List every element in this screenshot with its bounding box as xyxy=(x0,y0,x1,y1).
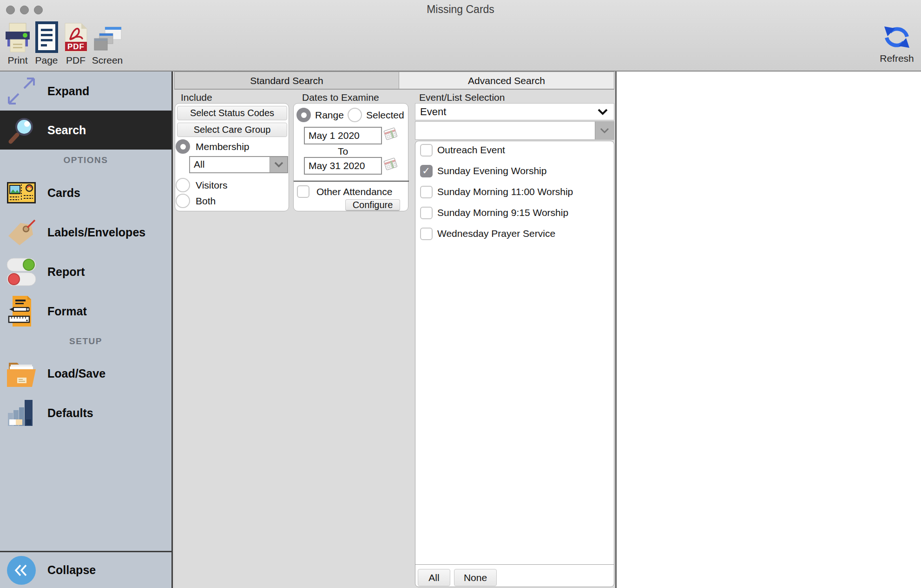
membership-filter-dropdown[interactable]: All xyxy=(189,156,288,173)
calendar-icon[interactable] xyxy=(383,127,399,143)
page-setup-button[interactable]: Page xyxy=(33,20,59,66)
event-list-item[interactable]: Sunday Morning 11:00 Worship xyxy=(415,186,614,200)
sidebar-item-expand[interactable]: Expand xyxy=(0,72,171,111)
event-list-item[interactable]: Wednesday Prayer Service xyxy=(415,228,614,242)
event-label: Outreach Event xyxy=(437,144,505,156)
date-from-field[interactable] xyxy=(304,127,382,144)
select-all-button[interactable]: All xyxy=(418,569,450,586)
both-label: Both xyxy=(196,196,216,207)
results-area xyxy=(615,72,921,588)
sidebar-item-cards[interactable]: Cards xyxy=(0,173,171,212)
screen-windows-icon xyxy=(92,20,122,53)
event-label: Sunday Evening Worship xyxy=(437,165,546,176)
collapse-label: Collapse xyxy=(47,563,96,577)
selected-radio[interactable] xyxy=(348,108,362,122)
range-label: Range xyxy=(315,110,344,121)
sidebar-item-format[interactable]: Format xyxy=(0,292,171,331)
sidebar-item-collapse[interactable]: Collapse xyxy=(0,551,171,588)
format-label: Format xyxy=(47,305,87,318)
pdf-badge-text: PDF xyxy=(67,42,85,51)
event-label: Sunday Morning 9:15 Worship xyxy=(437,207,568,218)
chevron-down-icon xyxy=(599,128,610,134)
select-status-codes-button[interactable]: Select Status Codes xyxy=(177,106,287,120)
labels-envelopes-label: Labels/Envelopes xyxy=(47,226,145,239)
event-list-item[interactable]: Outreach Event xyxy=(415,144,614,158)
options-section-header: OPTIONS xyxy=(0,155,171,165)
screen-label: Screen xyxy=(92,55,123,66)
search-label: Search xyxy=(47,124,86,137)
event-list: Outreach Event Sunday Evening Worship Su… xyxy=(415,141,614,587)
pdf-label: PDF xyxy=(66,55,86,66)
tab-advanced-search[interactable]: Advanced Search xyxy=(399,72,614,89)
visitors-radio[interactable] xyxy=(176,178,190,192)
event-list-footer-divider xyxy=(415,564,614,565)
tab-standard-search[interactable]: Standard Search xyxy=(174,72,399,89)
event-label: Wednesday Prayer Service xyxy=(437,228,555,239)
collapse-icon xyxy=(5,556,38,585)
membership-filter-value: All xyxy=(190,157,270,172)
select-none-button[interactable]: None xyxy=(454,569,497,586)
event-filter-value xyxy=(415,122,595,139)
folder-icon xyxy=(5,359,38,388)
membership-radio[interactable] xyxy=(176,139,190,154)
event-checkbox-sunday-915[interactable] xyxy=(420,207,433,219)
visitors-label: Visitors xyxy=(196,180,227,191)
configure-button[interactable]: Configure xyxy=(345,199,400,211)
both-radio[interactable] xyxy=(176,194,190,208)
sidebar-item-search[interactable]: Search xyxy=(0,111,171,150)
sidebar-item-labels-envelopes[interactable]: Labels/Envelopes xyxy=(0,213,171,252)
page-icon xyxy=(35,20,58,53)
sidebar-item-defaults[interactable]: Defaults xyxy=(0,393,171,432)
search-icon xyxy=(5,115,38,145)
event-filter-dropdown-button[interactable] xyxy=(595,122,614,139)
toolbar: Missing Cards Print xyxy=(0,0,921,72)
event-list-item[interactable]: Sunday Morning 9:15 Worship xyxy=(415,207,614,221)
event-type-dropdown[interactable]: Event xyxy=(415,103,614,120)
membership-filter-dropdown-button[interactable] xyxy=(270,157,287,172)
defaults-label: Defaults xyxy=(47,406,93,420)
tag-icon xyxy=(5,218,38,246)
date-to-field[interactable] xyxy=(304,157,382,175)
sidebar-item-load-save[interactable]: Load/Save xyxy=(0,354,171,393)
membership-label: Membership xyxy=(196,141,250,152)
dates-divider xyxy=(294,181,409,182)
other-attendance-checkbox[interactable] xyxy=(297,185,309,198)
event-label: Sunday Morning 11:00 Worship xyxy=(437,186,573,197)
expand-arrows-icon xyxy=(5,76,38,106)
other-attendance-label: Other Attendance xyxy=(316,186,392,197)
event-checkbox-sunday-evening[interactable] xyxy=(420,165,433,177)
search-tabbar: Standard Search Advanced Search xyxy=(174,72,614,90)
to-label: To xyxy=(304,146,382,157)
pdf-icon: PDF xyxy=(64,20,88,53)
pdf-button[interactable]: PDF PDF xyxy=(62,20,89,66)
defaults-chart-icon xyxy=(5,399,38,427)
postcard-icon xyxy=(5,182,38,204)
event-checkbox-outreach[interactable] xyxy=(420,144,433,157)
include-header: Include xyxy=(181,92,212,103)
sidebar: Expand Search OPTIONS xyxy=(0,72,173,588)
event-checkbox-wednesday[interactable] xyxy=(420,228,433,240)
selected-label: Selected xyxy=(366,110,404,121)
expand-label: Expand xyxy=(47,85,89,98)
format-document-icon xyxy=(5,295,38,327)
sidebar-item-report[interactable]: Report xyxy=(0,252,171,291)
refresh-button[interactable]: Refresh xyxy=(878,18,915,64)
print-label: Print xyxy=(7,55,27,66)
event-list-item[interactable]: Sunday Evening Worship xyxy=(415,165,614,179)
calendar-icon[interactable] xyxy=(383,157,399,173)
screen-button[interactable]: Screen xyxy=(91,20,124,66)
select-care-group-button[interactable]: Select Care Group xyxy=(177,123,287,137)
event-type-value: Event xyxy=(415,106,597,118)
window-title: Missing Cards xyxy=(0,3,921,16)
print-button[interactable]: Print xyxy=(3,20,33,66)
cards-label: Cards xyxy=(47,186,80,200)
dates-groupbox: Range Selected To xyxy=(293,103,408,211)
refresh-icon xyxy=(883,18,910,51)
event-filter-combobox[interactable] xyxy=(415,121,614,140)
range-radio[interactable] xyxy=(296,108,311,122)
search-panel: Standard Search Advanced Search Include … xyxy=(174,72,614,588)
page-label: Page xyxy=(35,55,58,66)
dates-header: Dates to Examine xyxy=(302,92,379,103)
event-checkbox-sunday-1100[interactable] xyxy=(420,186,433,198)
chevron-down-icon xyxy=(597,109,614,115)
